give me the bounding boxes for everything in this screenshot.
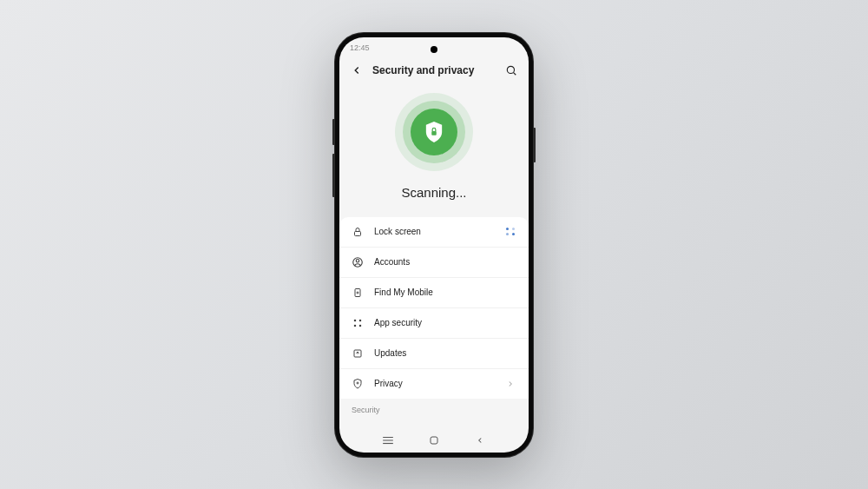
list-item-lock-screen[interactable]: Lock screen: [339, 217, 529, 248]
shield-lock-icon: [424, 121, 444, 143]
home-icon: [429, 435, 439, 446]
svg-rect-6: [355, 288, 360, 296]
svg-point-0: [507, 66, 514, 73]
loading-indicator: [504, 226, 516, 238]
list-item-label: App security: [374, 318, 516, 327]
navigation-bar: [339, 428, 529, 453]
app-header: Security and privacy: [339, 58, 529, 83]
nav-home-button[interactable]: [425, 432, 443, 449]
back-icon: [351, 64, 363, 76]
list-item-accounts[interactable]: Accounts: [339, 248, 529, 278]
svg-rect-2: [431, 131, 437, 135]
list-item-updates[interactable]: Updates: [339, 339, 529, 369]
person-icon: [352, 256, 364, 268]
lock-icon: [352, 226, 364, 238]
apps-icon: [352, 317, 364, 329]
list-item-find-my-mobile[interactable]: Find My Mobile: [339, 278, 529, 308]
section-header: Security: [339, 399, 529, 421]
svg-point-10: [354, 324, 357, 327]
back-button[interactable]: [350, 63, 364, 77]
svg-point-11: [359, 324, 362, 327]
update-icon: [352, 347, 364, 360]
recents-icon: [382, 435, 394, 446]
find-icon: [352, 287, 364, 299]
list-item-label: Privacy: [374, 379, 494, 388]
privacy-icon: [352, 378, 364, 390]
scan-section: Scanning...: [339, 83, 529, 217]
list-item-label: Accounts: [374, 257, 516, 267]
svg-point-5: [356, 259, 359, 262]
svg-point-8: [354, 319, 357, 321]
svg-point-9: [359, 319, 362, 321]
phone-side-button: [534, 128, 536, 162]
status-time: 12:45: [350, 43, 370, 52]
svg-rect-3: [355, 231, 361, 235]
nav-recents-button[interactable]: [379, 432, 397, 449]
chevron-right-icon: [504, 378, 516, 390]
phone-frame: 12:45 Security and privacy: [334, 32, 534, 458]
phone-side-button: [332, 154, 334, 197]
svg-rect-17: [431, 437, 437, 444]
nav-back-button[interactable]: [471, 432, 489, 449]
svg-point-7: [357, 292, 358, 294]
settings-list: Lock screen Accounts Find My Mobile: [339, 217, 529, 399]
svg-point-13: [357, 382, 358, 384]
page-title: Security and privacy: [372, 64, 496, 76]
scan-indicator: [395, 93, 473, 171]
search-button[interactable]: [504, 63, 518, 77]
scan-status-text: Scanning...: [401, 185, 466, 200]
list-item-label: Find My Mobile: [374, 287, 516, 297]
search-icon: [505, 64, 517, 76]
svg-line-1: [514, 72, 516, 75]
phone-side-button: [332, 119, 334, 145]
list-item-label: Updates: [374, 348, 516, 358]
nav-back-icon: [476, 435, 484, 446]
camera-hole: [431, 46, 437, 53]
list-item-label: Lock screen: [374, 227, 494, 236]
list-item-privacy[interactable]: Privacy: [339, 369, 529, 399]
list-item-app-security[interactable]: App security: [339, 308, 529, 339]
